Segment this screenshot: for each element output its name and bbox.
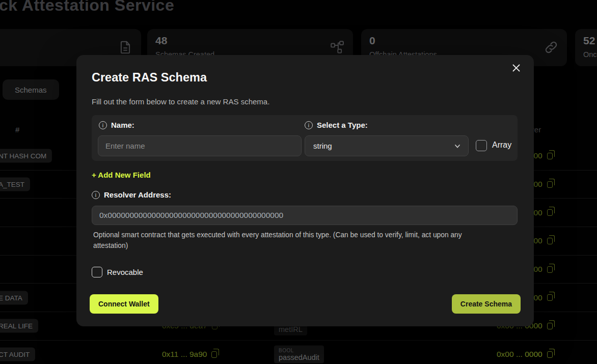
revocable-checkbox-label: Revocable [107, 268, 143, 276]
create-schema-button[interactable]: Create Schema [452, 294, 521, 314]
array-checkbox[interactable] [476, 140, 487, 151]
type-select-value: string [313, 142, 332, 150]
name-field-label: Name: [99, 121, 134, 129]
chevron-down-icon [454, 143, 461, 150]
resolver-field-label: Resolver Address: [92, 190, 171, 199]
type-field-label: Select a Type: [305, 121, 368, 129]
schema-field-panel: Name: Select a Type: string Array [92, 115, 518, 161]
resolver-address-input[interactable] [92, 206, 518, 225]
type-select[interactable]: string [305, 135, 469, 156]
add-new-field-button[interactable]: + Add New Field [92, 171, 151, 179]
resolver-help-text: Optional smart contract that gets execut… [93, 230, 497, 251]
modal-subtitle: Fill out the form below to create a new … [92, 97, 269, 106]
array-checkbox-label: Array [492, 141, 511, 150]
app-window: ck Attestation Service 48Schemas Created… [0, 0, 597, 364]
close-icon[interactable] [509, 61, 523, 74]
create-schema-modal: Create RAS Schema Fill out the form belo… [76, 55, 534, 326]
name-input[interactable] [98, 135, 302, 156]
info-icon [99, 121, 107, 129]
info-icon [92, 191, 100, 199]
info-icon [305, 121, 313, 129]
connect-wallet-button[interactable]: Connect Wallet [90, 294, 158, 314]
revocable-checkbox[interactable] [92, 267, 102, 277]
modal-title: Create RAS Schema [92, 71, 207, 85]
